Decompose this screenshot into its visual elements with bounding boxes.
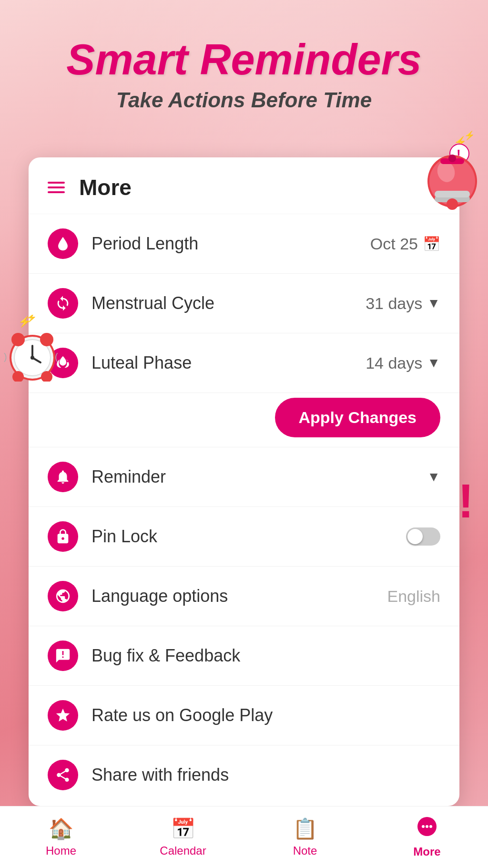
pin-lock-label: Pin Lock bbox=[92, 527, 406, 547]
svg-text:): ) bbox=[4, 351, 7, 362]
pin-lock-item[interactable]: Pin Lock bbox=[29, 507, 459, 567]
chevron-down-icon-2: ▼ bbox=[427, 355, 440, 371]
nav-home[interactable]: 🏠 Home bbox=[0, 806, 122, 868]
feedback-icon bbox=[48, 641, 78, 671]
svg-point-29 bbox=[429, 825, 432, 828]
svg-point-9 bbox=[447, 198, 458, 210]
globe-icon bbox=[48, 581, 78, 611]
page-subtitle: Take Actions Before Time bbox=[116, 88, 372, 112]
svg-point-27 bbox=[422, 825, 425, 828]
reminder-value: ▼ bbox=[427, 469, 440, 485]
rate-google-item[interactable]: Rate us on Google Play bbox=[29, 686, 459, 745]
calendar-icon: 📅 bbox=[423, 236, 440, 252]
svg-text:⚡: ⚡ bbox=[464, 130, 475, 141]
nav-note[interactable]: 📋 Note bbox=[244, 806, 366, 868]
home-icon: 🏠 bbox=[49, 817, 73, 840]
svg-point-11 bbox=[448, 155, 456, 162]
cycle-icon bbox=[48, 288, 78, 319]
more-icon bbox=[417, 816, 437, 841]
pin-lock-toggle[interactable] bbox=[406, 527, 440, 546]
svg-text:(: ( bbox=[55, 351, 58, 362]
chevron-down-icon-3: ▼ bbox=[427, 469, 440, 485]
card-header: More bbox=[29, 157, 459, 214]
language-options-item[interactable]: Language options English bbox=[29, 567, 459, 626]
share-friends-label: Share with friends bbox=[92, 765, 440, 785]
apply-changes-button[interactable]: Apply Changes bbox=[275, 398, 440, 437]
bell-small-icon bbox=[48, 462, 78, 492]
bug-feedback-label: Bug fix & Feedback bbox=[92, 646, 440, 666]
rate-icon bbox=[48, 700, 78, 731]
card-title: More bbox=[79, 175, 132, 200]
nav-more-label: More bbox=[413, 845, 440, 858]
drop-icon bbox=[48, 228, 78, 259]
menstrual-cycle-value: 31 days ▼ bbox=[366, 294, 440, 313]
svg-text:⚡: ⚡ bbox=[26, 315, 37, 323]
nav-calendar[interactable]: 📅 Calendar bbox=[122, 806, 244, 868]
svg-point-28 bbox=[426, 825, 428, 828]
language-options-label: Language options bbox=[92, 586, 387, 606]
svg-point-22 bbox=[11, 333, 25, 346]
reminder-item[interactable]: Reminder ▼ bbox=[29, 447, 459, 507]
nav-home-label: Home bbox=[46, 844, 76, 858]
share-friends-item[interactable]: Share with friends bbox=[29, 745, 459, 805]
period-length-label: Period Length bbox=[92, 234, 370, 254]
reminder-label: Reminder bbox=[92, 467, 427, 487]
nav-calendar-label: Calendar bbox=[160, 844, 206, 858]
luteal-phase-item[interactable]: Luteal Phase 14 days ▼ bbox=[29, 333, 459, 393]
header: Smart Reminders Take Actions Before Time bbox=[0, 0, 488, 138]
exclamation-decoration: ! bbox=[458, 477, 474, 525]
calendar-nav-icon: 📅 bbox=[171, 817, 195, 840]
luteal-phase-label: Luteal Phase bbox=[92, 353, 366, 373]
luteal-phase-value: 14 days ▼ bbox=[366, 354, 440, 372]
language-value: English bbox=[387, 587, 440, 606]
bell-decoration: ⚡ ⚡ ! bbox=[412, 129, 478, 212]
lock-icon bbox=[48, 521, 78, 552]
alarm-decoration: ⚡ ⚡ ) ( bbox=[0, 315, 62, 383]
bug-feedback-item[interactable]: Bug fix & Feedback bbox=[29, 626, 459, 686]
period-length-item[interactable]: Period Length Oct 25 📅 bbox=[29, 214, 459, 274]
menstrual-cycle-item[interactable]: Menstrual Cycle 31 days ▼ bbox=[29, 274, 459, 333]
share-icon bbox=[48, 760, 78, 790]
rate-google-label: Rate us on Google Play bbox=[92, 705, 440, 725]
svg-point-19 bbox=[30, 356, 34, 360]
nav-more[interactable]: More bbox=[366, 806, 488, 868]
svg-rect-8 bbox=[435, 191, 470, 197]
chevron-down-icon: ▼ bbox=[427, 296, 440, 311]
menstrual-cycle-label: Menstrual Cycle bbox=[92, 293, 366, 313]
bottom-navigation: 🏠 Home 📅 Calendar 📋 Note More bbox=[0, 806, 488, 868]
hamburger-menu[interactable] bbox=[48, 182, 65, 193]
apply-changes-row: Apply Changes bbox=[29, 393, 459, 447]
note-icon: 📋 bbox=[293, 817, 317, 840]
main-card: More Period Length Oct 25 📅 Menstrual Cy… bbox=[29, 157, 459, 806]
nav-note-label: Note bbox=[293, 844, 317, 858]
period-length-value: Oct 25 📅 bbox=[370, 235, 440, 253]
svg-point-23 bbox=[40, 333, 53, 346]
page-title: Smart Reminders bbox=[66, 36, 421, 83]
